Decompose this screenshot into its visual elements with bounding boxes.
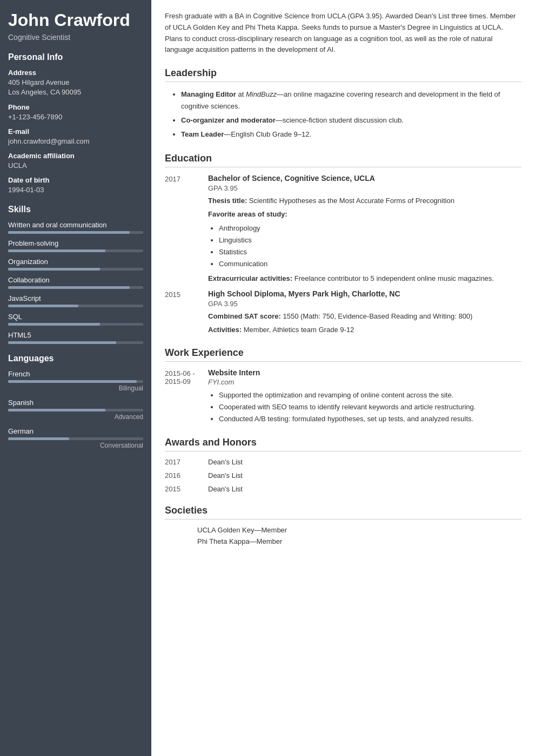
awards-list: 2017 Dean's List 2016 Dean's List 2015 D… xyxy=(165,458,521,493)
skill-bar-fill xyxy=(8,341,116,344)
address-label: Address xyxy=(8,69,143,77)
language-name: French xyxy=(8,370,143,378)
education-list: 2017Bachelor of Science, Cognitive Scien… xyxy=(165,174,521,335)
edu-fav-item: Statistics xyxy=(219,246,521,258)
dob-value: 1994-01-03 xyxy=(8,185,143,195)
society-item: UCLA Golden Key—Member xyxy=(165,526,521,534)
skill-bar-fill xyxy=(8,323,100,326)
award-year: 2017 xyxy=(165,458,197,466)
work-section: Work Experience 2015-06 - 2015-09Website… xyxy=(165,347,521,425)
language-bar xyxy=(8,437,143,440)
edu-year: 2017 xyxy=(165,174,197,284)
company-name: MindBuzz xyxy=(246,90,277,98)
skill-bar xyxy=(8,341,143,344)
skill-name: HTML5 xyxy=(8,331,143,339)
award-name: Dean's List xyxy=(208,471,243,480)
skill-name: Organization xyxy=(8,258,143,266)
societies-section: Societies UCLA Golden Key—MemberPhi Thet… xyxy=(165,505,521,545)
skill-bar-fill xyxy=(8,249,105,252)
skill-item: HTML5 xyxy=(8,331,143,344)
language-bar-fill xyxy=(8,380,137,383)
language-level: Conversational xyxy=(8,442,143,449)
leadership-bold: Managing Editor xyxy=(181,90,236,98)
edu-thesis: Thesis title: Scientific Hypotheses as t… xyxy=(208,195,521,206)
language-level: Bilingual xyxy=(8,384,143,392)
award-item: 2017 Dean's List xyxy=(165,458,521,466)
edu-extra: Extracurricular activities: Freelance co… xyxy=(208,273,521,284)
skill-bar xyxy=(8,268,143,271)
leadership-item: Team Leader—English Club Grade 9–12. xyxy=(181,129,521,140)
skill-bar xyxy=(8,249,143,252)
skills-heading: Skills xyxy=(8,205,143,214)
edu-degree: Bachelor of Science, Cognitive Science, … xyxy=(208,174,521,183)
skill-bar-fill xyxy=(8,231,130,234)
awards-title: Awards and Honors xyxy=(165,437,521,451)
skill-name: Collaboration xyxy=(8,276,143,284)
education-title: Education xyxy=(165,153,521,167)
work-bullet-item: Conducted A/B testing: formulated hypoth… xyxy=(219,413,521,425)
leadership-text: —English Club Grade 9–12. xyxy=(224,130,311,138)
skill-item: Written and oral communication xyxy=(8,221,143,234)
award-name: Dean's List xyxy=(208,485,243,493)
societies-list: UCLA Golden Key—MemberPhi Theta Kappa—Me… xyxy=(165,526,521,545)
affiliation-value: UCLA xyxy=(8,161,143,171)
language-level: Advanced xyxy=(8,413,143,421)
leadership-text: —science-fiction student discussion club… xyxy=(276,116,404,124)
skill-name: JavaScript xyxy=(8,294,143,302)
language-item: Spanish Advanced xyxy=(8,399,143,421)
edu-gpa: GPA 3.95 xyxy=(208,184,521,192)
edu-content: Bachelor of Science, Cognitive Science, … xyxy=(208,174,521,284)
edu-fav-list: AnthropologyLinguisticsStatisticsCommuni… xyxy=(208,222,521,270)
full-name: John Crawford xyxy=(8,11,143,30)
work-content: Website InternFYI.comSupported the optim… xyxy=(208,368,521,425)
edu-fav-item: Linguistics xyxy=(219,234,521,246)
language-item: French Bilingual xyxy=(8,370,143,392)
education-item: 2017Bachelor of Science, Cognitive Scien… xyxy=(165,174,521,284)
skill-item: Collaboration xyxy=(8,276,143,289)
work-title: Work Experience xyxy=(165,347,521,362)
work-company: FYI.com xyxy=(208,378,521,386)
language-name: German xyxy=(8,427,143,435)
skill-name: Written and oral communication xyxy=(8,221,143,229)
skill-item: SQL xyxy=(8,313,143,326)
language-item: German Conversational xyxy=(8,427,143,449)
language-bar xyxy=(8,409,143,411)
work-bullet-item: Supported the optimization and revamping… xyxy=(219,389,521,401)
address-line1: 405 Hilgard Avenue xyxy=(8,78,143,87)
societies-title: Societies xyxy=(165,505,521,519)
language-bar-fill xyxy=(8,409,105,411)
work-list: 2015-06 - 2015-09Website InternFYI.comSu… xyxy=(165,368,521,425)
main-content: Fresh graduate with a BA in Cognitive Sc… xyxy=(151,0,535,756)
education-section: Education 2017Bachelor of Science, Cogni… xyxy=(165,153,521,335)
edu-activities: Activities: Member, Athletics team Grade… xyxy=(208,325,521,335)
work-bullets: Supported the optimization and revamping… xyxy=(208,389,521,425)
language-bar-fill xyxy=(8,437,69,440)
affiliation-label: Academic affiliation xyxy=(8,152,143,160)
edu-degree: High School Diploma, Myers Park High, Ch… xyxy=(208,289,521,298)
languages-list: French Bilingual Spanish Advanced German… xyxy=(8,370,143,449)
edu-sat: Combined SAT score: 1550 (Math: 750, Evi… xyxy=(208,311,521,322)
skill-name: Problem-solving xyxy=(8,239,143,247)
leadership-item: Managing Editor at MindBuzz—an online ma… xyxy=(181,89,521,112)
awards-section: Awards and Honors 2017 Dean's List 2016 … xyxy=(165,437,521,493)
work-item: 2015-06 - 2015-09Website InternFYI.comSu… xyxy=(165,368,521,425)
skill-bar-fill xyxy=(8,268,100,271)
skill-bar xyxy=(8,231,143,234)
work-title-text: Website Intern xyxy=(208,368,521,377)
award-name: Dean's List xyxy=(208,458,243,466)
skill-bar xyxy=(8,323,143,326)
skill-item: JavaScript xyxy=(8,294,143,307)
phone-value: +1-123-456-7890 xyxy=(8,112,143,122)
email-label: E-mail xyxy=(8,127,143,136)
leadership-section: Leadership Managing Editor at MindBuzz—a… xyxy=(165,68,521,140)
email-value: john.crawford@gmail.com xyxy=(8,137,143,146)
skill-bar xyxy=(8,286,143,289)
personal-info-heading: Personal Info xyxy=(8,52,143,62)
leadership-list: Managing Editor at MindBuzz—an online ma… xyxy=(165,89,521,140)
skill-name: SQL xyxy=(8,313,143,321)
skill-item: Problem-solving xyxy=(8,239,143,252)
leadership-bold: Co-organizer and moderator xyxy=(181,116,276,124)
skill-item: Organization xyxy=(8,258,143,271)
dob-label: Date of birth xyxy=(8,176,143,184)
skills-list: Written and oral communication Problem-s… xyxy=(8,221,143,344)
